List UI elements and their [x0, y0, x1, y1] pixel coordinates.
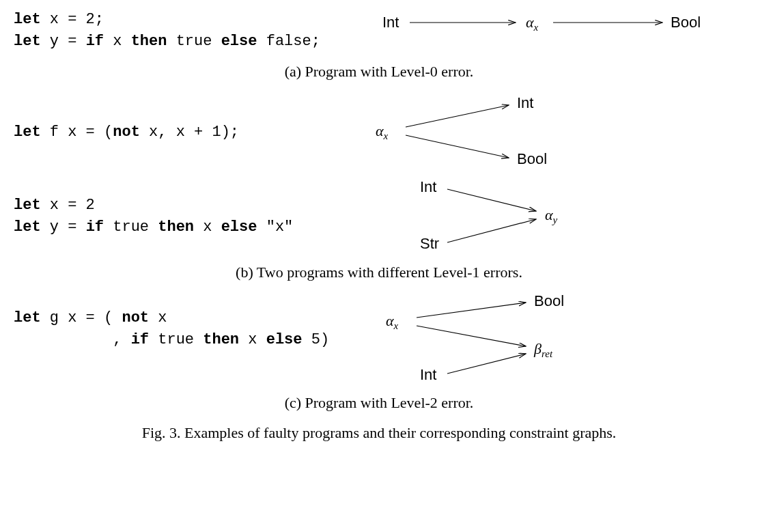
code-c: let g x = ( not x , if true then x else …: [14, 285, 355, 394]
constraint-graph-a: Int αx Bool: [355, 7, 738, 55]
caption-a: (a) Program with Level-0 error.: [14, 63, 744, 81]
constraint-graph-b2: Int Str αy: [355, 177, 738, 255]
code-line: , if true then x else 5): [14, 329, 355, 351]
section-c: let g x = ( not x , if true then x else …: [14, 294, 744, 386]
node-alpha-x: αx: [526, 14, 539, 33]
node-bool: Bool: [517, 150, 547, 167]
figure-caption: Fig. 3. Examples of faulty programs and …: [14, 424, 744, 442]
node-bool: Bool: [671, 14, 701, 31]
constraint-graph-b1: αx Int Bool: [355, 93, 738, 171]
arrow-icon: [406, 105, 509, 127]
caption-c: (c) Program with Level-2 error.: [14, 394, 744, 412]
graph-c: αx Int Bool βret: [355, 294, 744, 386]
graph-b2: Int Str αy: [355, 177, 744, 255]
code-line: let y = if x then true else false;: [14, 31, 355, 53]
code-line: let x = 2: [14, 195, 355, 216]
arrow-icon: [417, 303, 526, 318]
node-int: Int: [382, 14, 399, 31]
node-int: Int: [420, 366, 436, 383]
node-alpha-x: αx: [376, 122, 389, 141]
caption-b: (b) Two programs with different Level-1 …: [14, 264, 744, 281]
node-bool: Bool: [534, 292, 564, 309]
arrow-icon: [406, 135, 509, 158]
code-b2: let x = 2 let y = if true then x else "x…: [14, 195, 355, 238]
arrow-icon: [417, 326, 526, 346]
node-str: Str: [420, 235, 439, 252]
arrow-icon: [447, 219, 536, 242]
arrow-icon: [447, 354, 526, 374]
constraint-graph-c: αx Int Bool βret: [355, 294, 738, 386]
node-alpha-y: αy: [545, 206, 558, 225]
section-b2: let x = 2 let y = if true then x else "x…: [14, 177, 744, 255]
node-int: Int: [517, 94, 533, 111]
code-line: let g x = ( not x: [14, 307, 355, 329]
node-int: Int: [420, 178, 436, 195]
arrow-icon: [447, 189, 536, 211]
code-b1: let f x = (not x, x + 1);: [14, 122, 355, 143]
code-line: let f x = (not x, x + 1);: [14, 122, 355, 143]
code-a: let x = 2; let y = if x then true else f…: [14, 9, 355, 53]
graph-b1: αx Int Bool: [355, 93, 744, 171]
section-a: let x = 2; let y = if x then true else f…: [14, 7, 744, 55]
graph-a: Int αx Bool: [355, 7, 744, 55]
node-alpha-x: αx: [386, 312, 399, 331]
section-b1: let f x = (not x, x + 1); αx Int Bool: [14, 93, 744, 171]
code-line: let y = if true then x else "x": [14, 216, 355, 238]
code-line: let x = 2;: [14, 9, 355, 31]
node-beta-ret: βret: [533, 340, 553, 359]
